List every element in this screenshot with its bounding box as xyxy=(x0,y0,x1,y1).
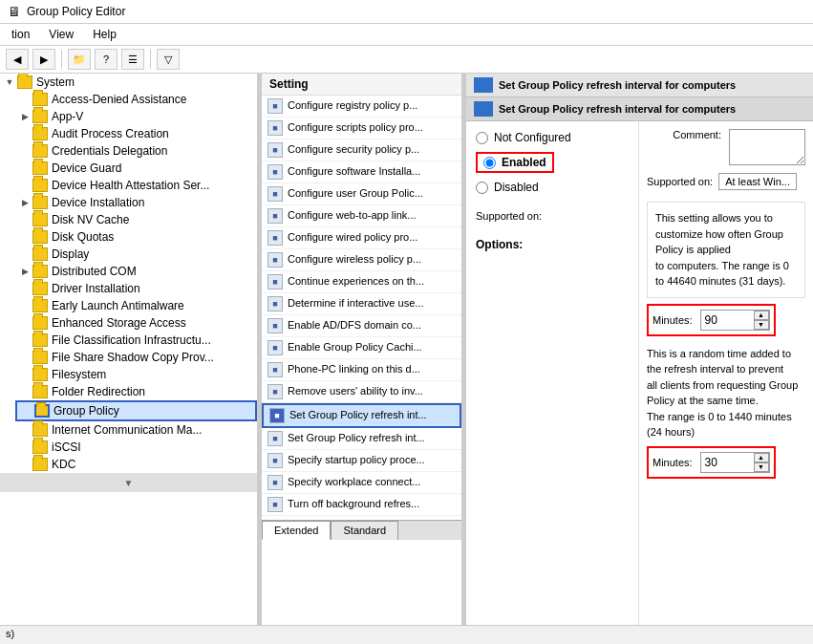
settings-item-gp-refresh-highlighted[interactable]: ■ Set Group Policy refresh int... xyxy=(262,403,461,428)
minutes2-input[interactable] xyxy=(701,453,754,472)
settings-item[interactable]: ■ Specify workplace connect... xyxy=(262,472,461,494)
no-expand xyxy=(19,94,31,105)
tree-item-folderredir[interactable]: Folder Redirection xyxy=(15,383,257,400)
settings-item[interactable]: ■ Continue experiences on th... xyxy=(262,271,461,293)
tab-standard[interactable]: Standard xyxy=(331,521,398,540)
tree-item-iscsi[interactable]: iSCSI xyxy=(15,439,257,456)
folder-button[interactable]: 📁 xyxy=(68,49,91,70)
tree-item-kdc[interactable]: KDC xyxy=(15,456,257,473)
supported-on-text: Supported on: xyxy=(647,176,713,187)
spinner-down-2[interactable]: ▼ xyxy=(754,462,769,472)
folder-icon xyxy=(32,110,48,123)
settings-item[interactable]: ■ Configure software Installa... xyxy=(262,161,461,183)
menu-view[interactable]: View xyxy=(45,26,77,43)
filter-button[interactable]: ▽ xyxy=(157,49,180,70)
comment-input[interactable] xyxy=(729,129,805,165)
spinner-up-2[interactable]: ▲ xyxy=(754,453,769,462)
tree-item-display[interactable]: Display xyxy=(15,246,257,263)
description-box-2: This is a random time added to the refre… xyxy=(647,346,805,440)
settings-item[interactable]: ■ Specify startup policy proce... xyxy=(262,450,461,472)
settings-item[interactable]: ■ Configure scripts policy pro... xyxy=(262,118,461,140)
tree-item-label: Device Guard xyxy=(52,161,121,175)
menu-help[interactable]: Help xyxy=(89,26,120,43)
settings-header: Setting xyxy=(262,74,461,96)
spinner-down-1[interactable]: ▼ xyxy=(754,320,769,330)
supported-on-value: At least Win... xyxy=(718,173,797,190)
tree-item-fileclassify[interactable]: File Classification Infrastructu... xyxy=(15,332,257,349)
tree-item-driverinst[interactable]: Driver Installation xyxy=(15,280,257,297)
settings-item[interactable]: ■ Turn off background refres... xyxy=(262,494,461,516)
minutes1-input[interactable] xyxy=(701,311,754,330)
tree-item-elam[interactable]: Early Launch Antimalware xyxy=(15,297,257,314)
settings-item[interactable]: ■ Configure registry policy p... xyxy=(262,96,461,118)
settings-item[interactable]: ■ Configure wireless policy p... xyxy=(262,249,461,271)
folder-icon xyxy=(32,299,48,312)
tree-item-grouppolicy[interactable]: Group Policy xyxy=(15,400,257,421)
tree-item-distcom[interactable]: ▶ Distributed COM xyxy=(15,263,257,280)
tree-item-devinstall[interactable]: ▶ Device Installation xyxy=(15,194,257,211)
tree-item-label: Disk NV Cache xyxy=(52,213,129,226)
folder-icon xyxy=(32,282,48,295)
radio-enabled[interactable] xyxy=(483,157,496,169)
settings-item[interactable]: ■ Enable Group Policy Cachi... xyxy=(262,337,461,359)
spinner-up-1[interactable]: ▲ xyxy=(754,311,769,320)
settings-item[interactable]: ■ Configure user Group Polic... xyxy=(262,183,461,205)
settings-panel: Setting ■ Configure registry policy p...… xyxy=(262,74,462,625)
settings-item-label: Configure wired policy pro... xyxy=(288,230,417,244)
menu-action[interactable]: tion xyxy=(8,26,33,43)
setting-icon: ■ xyxy=(267,296,283,311)
toolbar-separator2 xyxy=(150,50,151,69)
settings-item[interactable]: ■ Set Group Policy refresh int... xyxy=(262,428,461,450)
no-expand xyxy=(19,180,31,191)
settings-item[interactable]: ■ Phone-PC linking on this d... xyxy=(262,359,461,381)
folder-icon xyxy=(32,127,48,140)
tree-item-disknv[interactable]: Disk NV Cache xyxy=(15,211,257,228)
app-title: Group Policy Editor xyxy=(27,5,125,18)
app-icon: 🖥 xyxy=(8,4,21,19)
tree-item-filesystem[interactable]: Filesystem xyxy=(15,366,257,383)
prop-options-section: Not Configured Enabled Disabled Supp xyxy=(466,121,638,625)
setting-icon: ■ xyxy=(267,384,283,399)
tree-item-audit[interactable]: Audit Process Creation xyxy=(15,125,257,142)
tree-item-devguard[interactable]: Device Guard xyxy=(15,160,257,177)
radio-disabled-label: Disabled xyxy=(494,181,539,194)
tree-item-label: File Share Shadow Copy Prov... xyxy=(52,351,214,364)
radio-disabled[interactable] xyxy=(476,182,488,194)
tree-item[interactable]: Access-Denied Assistance xyxy=(15,91,257,108)
back-button[interactable]: ◀ xyxy=(6,49,29,70)
minutes2-spinner: ▲ ▼ xyxy=(700,452,770,473)
tree-item-label: App-V xyxy=(52,110,83,123)
tree-item-label: Distributed COM xyxy=(52,265,137,278)
tab-extended[interactable]: Extended xyxy=(262,521,331,540)
settings-item[interactable]: ■ Determine if interactive use... xyxy=(262,293,461,315)
settings-item[interactable]: ■ Configure web-to-app link... xyxy=(262,205,461,227)
tree-item-diskquota[interactable]: Disk Quotas xyxy=(15,228,257,246)
radio-not-configured[interactable] xyxy=(476,132,488,144)
desc4-text: all clients from requesting Group Policy… xyxy=(647,379,798,407)
tree-item-cred[interactable]: Credentials Delegation xyxy=(15,142,257,160)
radio-enabled-row: Enabled xyxy=(476,152,554,173)
no-expand xyxy=(19,441,31,453)
tree-item-icm[interactable]: Internet Communication Ma... xyxy=(15,421,257,439)
tree-item-devhealth[interactable]: Device Health Attestation Ser... xyxy=(15,177,257,194)
settings-item[interactable]: ■ Configure security policy p... xyxy=(262,140,461,161)
no-expand xyxy=(19,424,31,436)
forward-button[interactable]: ▶ xyxy=(32,49,55,70)
help-button[interactable]: ? xyxy=(95,49,118,70)
tree-root-system[interactable]: ▼ System xyxy=(0,74,257,91)
tree-item-esa[interactable]: Enhanced Storage Access xyxy=(15,314,257,332)
list-button[interactable]: ☰ xyxy=(121,49,144,70)
tree-item-appv[interactable]: ▶ App-V xyxy=(15,108,257,125)
setting-icon: ■ xyxy=(267,164,283,180)
settings-item[interactable]: ■ Configure wired policy pro... xyxy=(262,227,461,249)
folder-icon xyxy=(32,93,48,106)
settings-item[interactable]: ■ Remove users' ability to inv... xyxy=(262,381,461,403)
no-expand xyxy=(19,214,31,225)
settings-item-label: Set Group Policy refresh int... xyxy=(288,431,425,444)
settings-item[interactable]: ■ Enable AD/DFS domain co... xyxy=(262,315,461,337)
no-expand xyxy=(19,248,31,260)
radio-disabled-row: Disabled xyxy=(476,181,629,194)
tree-item-label: Internet Communication Ma... xyxy=(52,423,202,437)
setting-icon: ■ xyxy=(267,120,283,136)
tree-item-fileshadow[interactable]: File Share Shadow Copy Prov... xyxy=(15,349,257,366)
